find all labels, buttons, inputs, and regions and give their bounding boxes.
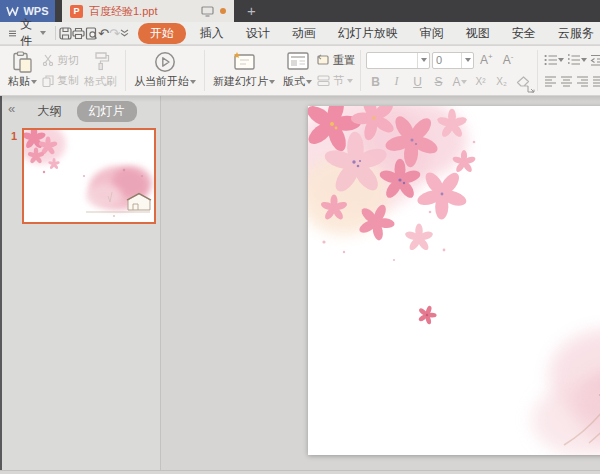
layout-button[interactable]: 版式 [279, 48, 316, 93]
titlebar: WPS P 百度经验1.ppt + [0, 0, 600, 22]
clipboard-group: 粘贴 剪切 复制 [0, 46, 125, 95]
slide-editing-surface[interactable] [308, 106, 600, 455]
content-area: « 大纲 幻灯片 1 [0, 96, 600, 474]
reset-button[interactable]: 重置 [317, 53, 355, 68]
tab-view[interactable]: 视图 [455, 23, 501, 44]
copy-label: 复制 [57, 73, 79, 88]
italic-button[interactable]: I [387, 74, 406, 89]
panel-tabs: « 大纲 幻灯片 [2, 96, 160, 126]
wps-presentation-window: WPS P 百度经验1.ppt + 文件 [0, 0, 600, 474]
customize-quick-access-button[interactable] [120, 24, 129, 43]
underline-button[interactable]: U [408, 75, 427, 89]
document-tab[interactable]: P 百度经验1.ppt [62, 0, 234, 22]
play-from-current-label: 从当前开始 [134, 74, 189, 89]
section-button[interactable]: 节 [317, 73, 355, 88]
slides-panel: « 大纲 幻灯片 1 [0, 96, 161, 470]
format-painter-button[interactable]: 格式刷 [80, 48, 121, 93]
unsaved-indicator-dot [220, 8, 226, 14]
save-button[interactable] [59, 24, 72, 43]
align-right-icon [576, 76, 589, 87]
document-title: 百度经验1.ppt [89, 4, 195, 19]
format-painter-icon [92, 51, 110, 71]
plus-mark: + [488, 52, 493, 61]
font-color-label: A [452, 76, 460, 88]
tab-outline[interactable]: 大纲 [38, 103, 62, 120]
decrease-font-label: A [503, 53, 511, 67]
menubar: 文件 ↶ ↷ [0, 22, 600, 45]
bold-button[interactable]: B [366, 75, 385, 89]
font-color-button[interactable]: A [450, 76, 469, 88]
redo-button[interactable]: ↷ [109, 24, 120, 43]
new-slide-label: 新建幻灯片 [213, 74, 268, 89]
chevron-down-icon [40, 31, 46, 38]
font-name-combobox[interactable] [366, 52, 430, 69]
wps-w-icon [6, 6, 19, 16]
tab-review[interactable]: 审阅 [409, 23, 455, 44]
monitor-icon[interactable] [201, 6, 214, 17]
font-size-input[interactable] [433, 53, 461, 68]
play-from-current-button[interactable]: 从当前开始 [130, 48, 200, 93]
undo-icon: ↶ [98, 27, 109, 40]
bullets-button[interactable] [544, 54, 564, 66]
align-center-icon [560, 76, 573, 87]
align-left-icon [544, 76, 557, 87]
cut-copy-column: 剪切 复制 [41, 48, 80, 93]
new-slide-button[interactable]: 新建幻灯片 [209, 48, 279, 93]
tab-animation[interactable]: 动画 [281, 23, 327, 44]
justify-button[interactable] [592, 76, 600, 87]
font-dialog-launcher-icon[interactable] [527, 85, 535, 93]
section-label: 节 [333, 73, 344, 88]
new-tab-button[interactable]: + [234, 0, 269, 22]
superscript-button[interactable]: X² [471, 76, 490, 87]
decrease-font-size-button[interactable]: A- [499, 53, 518, 67]
tab-insert[interactable]: 插入 [189, 23, 235, 44]
collapse-panel-button[interactable]: « [8, 101, 15, 116]
reset-icon [317, 54, 330, 66]
print-button[interactable] [72, 24, 85, 43]
divider [55, 26, 56, 40]
flower-cluster-art [308, 106, 512, 290]
tab-slideshow[interactable]: 幻灯片放映 [327, 23, 409, 44]
paste-button[interactable]: 粘贴 [4, 48, 41, 93]
reset-label: 重置 [333, 53, 355, 68]
ribbon-tabs: 开始 插入 设计 动画 幻灯片放映 审阅 视图 安全 云服务 [138, 23, 600, 44]
editing-canvas [162, 96, 600, 470]
tab-home[interactable]: 开始 [138, 23, 186, 44]
decrease-indent-icon [590, 54, 600, 66]
align-right-button[interactable] [576, 76, 589, 87]
tab-design[interactable]: 设计 [235, 23, 281, 44]
file-menu-button[interactable]: 文件 [0, 16, 52, 50]
statusbar [0, 470, 600, 474]
tab-security[interactable]: 安全 [501, 23, 547, 44]
slide-thumbnail[interactable] [22, 128, 156, 224]
dropdown-arrow-icon [581, 58, 587, 65]
undo-button[interactable]: ↶ [98, 24, 109, 43]
copy-button[interactable]: 复制 [42, 73, 79, 88]
tab-slides[interactable]: 幻灯片 [77, 101, 137, 122]
save-icon [59, 27, 72, 40]
dropdown-arrow-icon [190, 80, 196, 87]
redo-icon: ↷ [109, 27, 120, 40]
dropdown-arrow-icon [558, 58, 564, 65]
dropdown-arrow-icon [461, 80, 467, 87]
print-preview-button[interactable] [85, 24, 98, 43]
ppt-file-icon: P [70, 5, 83, 18]
layout-label: 版式 [283, 74, 305, 89]
font-name-input[interactable] [367, 53, 417, 68]
cut-icon [42, 54, 54, 66]
numbering-button[interactable] [567, 54, 587, 66]
paste-label: 粘贴 [8, 74, 30, 89]
align-center-button[interactable] [560, 76, 573, 87]
toolbar: 粘贴 剪切 复制 [0, 46, 600, 96]
decrease-indent-button[interactable] [590, 54, 600, 66]
increase-font-size-button[interactable]: A+ [476, 53, 497, 67]
font-size-combobox[interactable] [432, 52, 474, 69]
slideshow-group: 从当前开始 [126, 46, 204, 95]
copy-icon [42, 75, 54, 87]
tab-cloud[interactable]: 云服务 [547, 23, 600, 44]
align-left-button[interactable] [544, 76, 557, 87]
subscript-button[interactable]: X₂ [492, 76, 511, 87]
cut-button[interactable]: 剪切 [42, 53, 79, 68]
print-preview-icon [85, 27, 98, 40]
strikethrough-button[interactable]: S [429, 75, 448, 89]
